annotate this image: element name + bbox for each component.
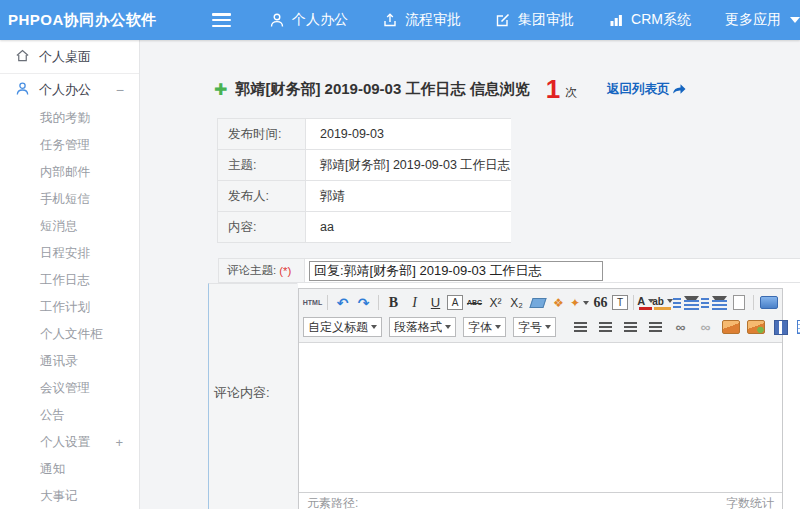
sidebar-item[interactable]: 手机短信 xyxy=(0,186,139,213)
font-style-icon[interactable]: A xyxy=(447,295,463,310)
log-info-table: 发布时间:2019-09-03主题:郭靖[财务部] 2019-09-03 工作日… xyxy=(217,118,511,243)
sidebar-item-label: 内部邮件 xyxy=(40,164,90,181)
nav-personal-office[interactable]: 个人办公 xyxy=(269,11,348,29)
sidebar-item-label: 手机短信 xyxy=(40,191,90,208)
editor-content-area[interactable] xyxy=(299,343,782,492)
element-path-label: 元素路径: xyxy=(307,495,358,509)
sidebar-group-label: 个人办公 xyxy=(39,81,91,99)
fullscreen-icon[interactable] xyxy=(759,293,778,313)
ordered-list-icon[interactable] xyxy=(673,293,699,313)
font-size-select[interactable]: 字号 xyxy=(513,317,556,337)
row-label: 发布人: xyxy=(218,181,306,212)
editor-toolbar: HTML↶↷BIUAABCX²X₂❖✦66TAab 自定义标题段落格式字体字号∞… xyxy=(299,289,782,343)
sidebar-item-desktop[interactable]: 个人桌面 xyxy=(0,40,139,74)
toolbar-separator xyxy=(327,295,328,310)
comment-subject-label-cell: 评论主题: (*) xyxy=(218,258,305,283)
sidebar-item-label: 日程安排 xyxy=(40,245,90,262)
sidebar-item[interactable]: 通知 xyxy=(0,456,139,483)
font-color-icon[interactable]: A xyxy=(639,295,652,310)
row-value: 2019-09-03 xyxy=(306,119,512,150)
align-right-icon[interactable] xyxy=(621,317,640,337)
nav-more-apps[interactable]: 更多应用 xyxy=(725,11,800,29)
nav-group-approval[interactable]: 集团审批 xyxy=(495,11,574,29)
view-count-unit: 次 xyxy=(565,84,577,101)
rich-text-editor: HTML↶↷BIUAABCX²X₂❖✦66TAab 自定义标题段落格式字体字号∞… xyxy=(298,288,783,509)
page-header: ✚ 郭靖[财务部] 2019-09-03 工作日志 信息浏览 1 次 返回列表页 xyxy=(214,74,686,104)
underline-icon[interactable]: U xyxy=(426,293,445,313)
table-row: 主题:郭靖[财务部] 2019-09-03 工作日志 xyxy=(218,150,512,181)
heading-select[interactable]: 自定义标题 xyxy=(303,317,382,337)
caret-down-icon xyxy=(495,325,501,329)
align-justify-icon[interactable] xyxy=(646,317,665,337)
collapse-icon[interactable]: − xyxy=(116,82,124,98)
sidebar-item[interactable]: 通讯录 xyxy=(0,348,139,375)
align-center-icon[interactable] xyxy=(596,317,615,337)
app-logo: PHPOA协同办公软件 xyxy=(8,11,180,30)
sidebar-item[interactable]: 会议管理 xyxy=(0,375,139,402)
editor-statusbar: 元素路径: 字数统计 xyxy=(299,492,782,509)
sidebar-item[interactable]: 工作日志 xyxy=(0,267,139,294)
edit-square-icon xyxy=(495,12,511,28)
sidebar-item[interactable]: 工作计划 xyxy=(0,294,139,321)
caret-down-icon xyxy=(371,325,377,329)
quick-format-icon[interactable]: ✦ xyxy=(570,293,589,313)
back-link-label: 返回列表页 xyxy=(607,81,670,98)
nav-workflow-approval[interactable]: 流程审批 xyxy=(382,11,461,29)
blockquote-icon[interactable]: 66 xyxy=(591,293,610,313)
sidebar-item-label: 个人桌面 xyxy=(39,48,91,66)
table-icon[interactable] xyxy=(796,317,800,337)
paste-text-icon[interactable]: T xyxy=(612,295,628,310)
align-left-icon[interactable] xyxy=(571,317,590,337)
font-family-select[interactable]: 字体 xyxy=(463,317,506,337)
unordered-list-icon[interactable] xyxy=(701,293,727,313)
word-count-label[interactable]: 字数统计 xyxy=(726,495,774,509)
sidebar-item[interactable]: 任务管理 xyxy=(0,132,139,159)
italic-icon[interactable]: I xyxy=(405,293,424,313)
comment-subject-input[interactable] xyxy=(309,261,603,281)
back-to-list-link[interactable]: 返回列表页 xyxy=(607,81,686,98)
source-code-button[interactable]: HTML xyxy=(303,293,322,313)
sidebar-item[interactable]: 公告 xyxy=(0,402,139,429)
bold-icon[interactable]: B xyxy=(384,293,403,313)
highlight-color-icon[interactable]: ab xyxy=(654,295,670,310)
redo-icon[interactable]: ↷ xyxy=(354,293,373,313)
comment-subject-row: 评论主题: (*) xyxy=(218,258,800,283)
link-icon[interactable]: ∞ xyxy=(671,317,690,337)
dropdown-label: 段落格式 xyxy=(394,319,442,336)
flash-icon[interactable] xyxy=(746,317,765,337)
sidebar-item[interactable]: 我的考勤 xyxy=(0,105,139,132)
sidebar-item[interactable]: 个人设置+ xyxy=(0,429,139,456)
row-label: 发布时间: xyxy=(218,119,306,150)
new-page-icon[interactable] xyxy=(729,293,748,313)
format-brush-icon[interactable]: ❖ xyxy=(549,293,568,313)
sidebar-item[interactable]: 大事记 xyxy=(0,483,139,509)
strikethrough-icon[interactable]: ABC xyxy=(465,293,484,313)
table-row: 发布时间:2019-09-03 xyxy=(218,119,512,150)
top-bar: PHPOA协同办公软件 个人办公 流程审批 集团审批 CRM系统 xyxy=(0,0,800,40)
eraser-icon[interactable] xyxy=(528,293,547,313)
expand-icon[interactable]: + xyxy=(115,435,123,450)
sidebar-item-label: 任务管理 xyxy=(40,137,90,154)
row-value: aa xyxy=(306,212,512,243)
hamburger-menu-icon[interactable] xyxy=(212,13,231,27)
toolbar-separator xyxy=(378,295,379,310)
sidebar-item[interactable]: 短消息 xyxy=(0,213,139,240)
nav-crm-system[interactable]: CRM系统 xyxy=(608,11,691,29)
sidebar-item[interactable]: 日程安排 xyxy=(0,240,139,267)
image-icon[interactable] xyxy=(721,317,740,337)
caret-down-icon xyxy=(545,325,551,329)
sidebar-item[interactable]: 个人文件柜 xyxy=(0,321,139,348)
sidebar-item-label: 个人文件柜 xyxy=(40,326,103,343)
media-icon[interactable] xyxy=(771,317,790,337)
plus-icon: ✚ xyxy=(214,80,227,99)
caret-down-icon xyxy=(583,301,589,305)
subscript-icon[interactable]: X₂ xyxy=(507,293,526,313)
sidebar-group-personal-office[interactable]: 个人办公 − xyxy=(0,74,139,105)
sidebar-item-label: 通知 xyxy=(40,461,65,478)
undo-icon[interactable]: ↶ xyxy=(333,293,352,313)
paragraph-select[interactable]: 段落格式 xyxy=(389,317,456,337)
sidebar-item[interactable]: 内部邮件 xyxy=(0,159,139,186)
comment-content-row: 评论内容: HTML↶↷BIUAABCX²X₂❖✦66TAab 自定义标题段落格… xyxy=(208,283,800,509)
unlink-icon[interactable]: ∞ xyxy=(696,317,715,337)
superscript-icon[interactable]: X² xyxy=(486,293,505,313)
